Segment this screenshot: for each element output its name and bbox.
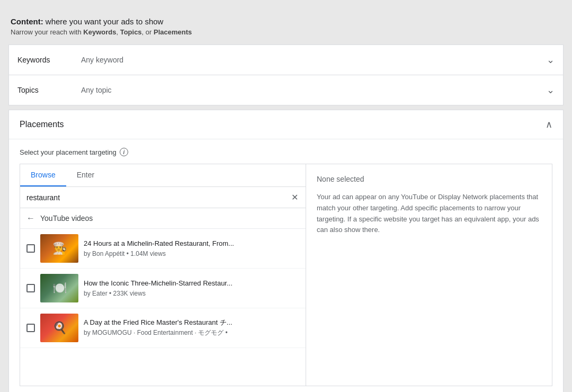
list-item: 🍳 A Day at the Fried Rice Master's Resta…	[20, 308, 306, 348]
tabs-row: Browse Enter	[20, 164, 306, 187]
keywords-label: Keywords	[17, 56, 81, 64]
video-checkbox-2[interactable]	[26, 284, 35, 292]
back-arrow-icon: ←	[26, 213, 35, 223]
tab-enter[interactable]: Enter	[66, 164, 105, 186]
placement-targeting-label: Select your placement targeting	[20, 148, 117, 156]
video-meta-2: by Eater • 233K views	[84, 290, 299, 297]
back-label: YouTube videos	[40, 214, 93, 222]
content-header: Content: where you want your ads to show…	[8, 11, 564, 44]
video-thumbnail-2: 🍽️	[40, 274, 78, 302]
video-title-3: A Day at the Fried Rice Master's Restaur…	[84, 318, 299, 327]
thumb-person-icon: 👨‍🍳	[52, 242, 67, 255]
right-panel: None selected Your ad can appear on any …	[306, 164, 552, 386]
page-subtitle: Narrow your reach with Keywords, Topics,…	[11, 28, 561, 36]
video-list: 👨‍🍳 24 Hours at a Michelin-Rated Restaur…	[20, 229, 306, 386]
tab-browse[interactable]: Browse	[20, 164, 66, 186]
video-meta-1: by Bon Appétit • 1.04M views	[84, 250, 299, 257]
video-info-2: How the Iconic Three-Michelin-Starred Re…	[84, 279, 299, 297]
list-item: 👨‍🍳 24 Hours at a Michelin-Rated Restaur…	[20, 229, 306, 269]
left-panel: Browse Enter ✕ ← YouTube videos	[20, 164, 306, 386]
back-row[interactable]: ← YouTube videos	[20, 208, 306, 229]
search-input[interactable]	[26, 193, 290, 202]
video-title-1: 24 Hours at a Michelin-Rated Restaurant,…	[84, 239, 299, 248]
topics-accordion: Topics Any topic ⌄	[8, 75, 564, 105]
keywords-value: Any keyword	[81, 56, 547, 64]
keywords-accordion: Keywords Any keyword ⌄	[8, 44, 564, 75]
browse-enter-container: Browse Enter ✕ ← YouTube videos	[20, 164, 552, 386]
placement-targeting-row: Select your placement targeting i	[20, 148, 552, 156]
help-icon[interactable]: i	[120, 148, 128, 156]
right-panel-description: Your ad can appear on any YouTube or Dis…	[317, 192, 541, 236]
video-info-1: 24 Hours at a Michelin-Rated Restaurant,…	[84, 239, 299, 257]
placements-card: Placements ∧ Select your placement targe…	[8, 110, 564, 392]
clear-icon[interactable]: ✕	[290, 191, 299, 203]
topics-label: Topics	[17, 86, 81, 94]
placements-title: Placements	[20, 120, 64, 129]
placements-body: Select your placement targeting i Browse…	[9, 139, 563, 392]
video-meta-3: by MOGUMOGU · Food Entertainment · モグモグ …	[84, 328, 299, 337]
thumb-food-icon: 🍽️	[52, 281, 67, 295]
page-title: Content: where you want your ads to show	[11, 17, 561, 26]
keywords-chevron-icon: ⌄	[547, 54, 555, 66]
video-thumbnail-3: 🍳	[40, 314, 78, 342]
topics-value: Any topic	[81, 86, 547, 94]
video-info-3: A Day at the Fried Rice Master's Restaur…	[84, 318, 299, 338]
thumb-rice-icon: 🍳	[52, 321, 67, 335]
video-thumbnail-1: 👨‍🍳	[40, 234, 78, 263]
none-selected-label: None selected	[317, 175, 541, 183]
video-title-2: How the Iconic Three-Michelin-Starred Re…	[84, 279, 299, 288]
search-row: ✕	[20, 187, 306, 208]
topics-chevron-icon: ⌄	[547, 84, 555, 96]
list-item: 🍽️ How the Iconic Three-Michelin-Starred…	[20, 269, 306, 308]
topics-row[interactable]: Topics Any topic ⌄	[9, 75, 563, 105]
placements-header: Placements ∧	[9, 110, 563, 139]
video-checkbox-1[interactable]	[26, 244, 35, 253]
placements-chevron-icon[interactable]: ∧	[546, 119, 552, 130]
keywords-row[interactable]: Keywords Any keyword ⌄	[9, 45, 563, 75]
video-checkbox-3[interactable]	[26, 324, 35, 332]
